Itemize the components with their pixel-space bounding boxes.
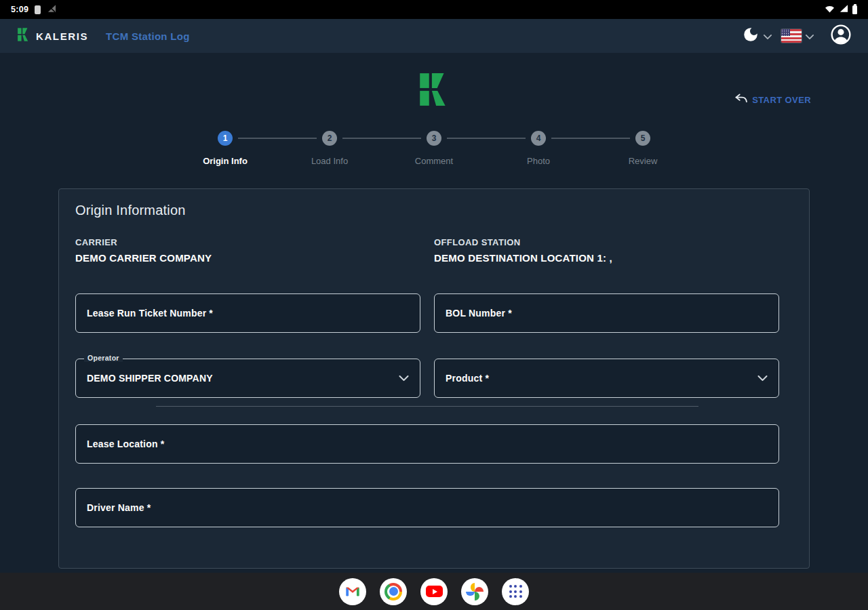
operator-select[interactable]: Operator DEMO SHIPPER COMPANY — [75, 359, 420, 398]
form-divider — [156, 406, 698, 407]
step-label: Origin Info — [173, 156, 277, 166]
account-button[interactable] — [830, 24, 852, 48]
bol-number-input[interactable]: BOL Number * — [434, 293, 779, 333]
language-selector[interactable] — [781, 29, 814, 43]
notification-icon — [35, 5, 41, 14]
operator-floating-label: Operator — [84, 354, 123, 362]
step-number: 1 — [218, 131, 233, 146]
clock: 5:09 — [11, 5, 28, 14]
page-title: TCM Station Log — [106, 30, 190, 42]
chevron-down-icon — [757, 375, 768, 381]
step-number: 4 — [531, 131, 546, 146]
brand-name: KALERIS — [36, 30, 88, 42]
field-label: BOL Number * — [446, 308, 512, 319]
cellular-signal-icon — [839, 3, 848, 16]
offload-station-label: OFFLOAD STATION — [434, 237, 779, 247]
origin-information-card: Origin Information CARRIER DEMO CARRIER … — [58, 188, 810, 569]
offload-station-value: DEMO DESTINATION LOCATION 1: , — [434, 252, 779, 264]
driver-name-input[interactable]: Driver Name * — [75, 488, 779, 527]
field-label: Lease Run Ticket Number * — [87, 308, 213, 319]
step-origin-info[interactable]: 1 Origin Info — [173, 131, 277, 166]
android-taskbar — [0, 573, 868, 610]
us-flag-icon — [781, 29, 802, 43]
step-load-info[interactable]: 2 Load Info — [277, 131, 382, 166]
chrome-logo-icon — [384, 583, 402, 601]
step-number: 5 — [635, 131, 650, 146]
lease-run-ticket-number-input[interactable]: Lease Run Ticket Number * — [75, 293, 420, 333]
start-over-label: START OVER — [752, 95, 811, 105]
step-label: Comment — [382, 156, 486, 166]
apps-grid-icon — [509, 585, 522, 598]
kaleris-brand[interactable]: KALERIS — [16, 27, 88, 45]
account-circle-icon — [830, 24, 852, 48]
chrome-app-icon[interactable] — [380, 578, 407, 605]
product-select[interactable]: Product * — [434, 359, 779, 398]
kaleris-logo-icon — [16, 27, 31, 45]
battery-icon — [852, 5, 857, 14]
muted-notification-icon — [47, 3, 56, 16]
lease-location-input[interactable]: Lease Location * — [75, 424, 779, 464]
chevron-down-icon — [806, 30, 814, 42]
android-status-bar: 5:09 — [0, 0, 868, 19]
gmail-app-icon[interactable] — [339, 578, 366, 605]
field-label: Driver Name * — [87, 502, 151, 513]
google-photos-app-icon[interactable] — [461, 578, 488, 605]
carrier-value: DEMO CARRIER COMPANY — [75, 252, 420, 264]
theme-selector[interactable] — [742, 26, 772, 46]
step-label: Review — [591, 156, 695, 166]
field-label: Lease Location * — [87, 439, 164, 449]
wizard-stepper: 1 Origin Info 2 Load Info 3 Comment 4 Ph… — [173, 131, 695, 166]
step-label: Load Info — [277, 156, 382, 166]
carrier-info: CARRIER DEMO CARRIER COMPANY — [75, 237, 420, 264]
youtube-app-icon[interactable] — [420, 578, 448, 605]
field-label: Product * — [446, 373, 489, 384]
carrier-label: CARRIER — [75, 237, 420, 247]
offload-station-info: OFFLOAD STATION DEMO DESTINATION LOCATIO… — [434, 237, 779, 264]
step-number: 2 — [322, 131, 337, 146]
step-comment[interactable]: 3 Comment — [382, 131, 486, 166]
wifi-icon — [825, 3, 835, 16]
step-review[interactable]: 5 Review — [591, 131, 695, 166]
all-apps-button[interactable] — [502, 578, 529, 605]
card-title: Origin Information — [75, 203, 779, 218]
start-over-button[interactable]: START OVER — [734, 94, 811, 106]
chevron-down-icon — [764, 30, 772, 42]
operator-value: DEMO SHIPPER COMPANY — [87, 373, 213, 384]
app-bar: KALERIS TCM Station Log — [0, 19, 868, 53]
undo-arrow-icon — [734, 94, 749, 106]
step-label: Photo — [486, 156, 591, 166]
youtube-logo-icon — [426, 586, 443, 598]
chevron-down-icon — [399, 375, 409, 381]
step-photo[interactable]: 4 Photo — [486, 131, 591, 166]
photos-pinwheel-icon — [466, 583, 484, 601]
step-number: 3 — [427, 131, 441, 146]
main-content: START OVER 1 Origin Info 2 Load Info 3 C… — [0, 53, 868, 573]
dark-mode-moon-icon — [742, 26, 760, 46]
